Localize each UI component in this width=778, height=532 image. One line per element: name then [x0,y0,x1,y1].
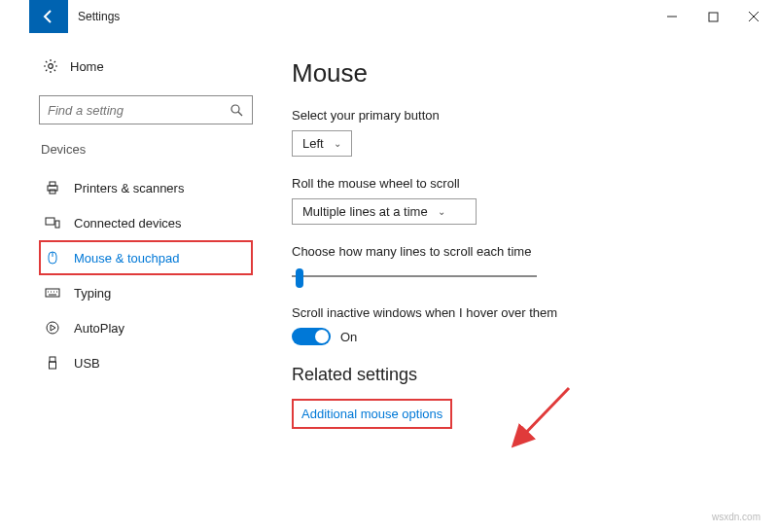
home-label: Home [70,59,104,74]
primary-button-label: Select your primary button [292,108,749,123]
svg-rect-21 [50,357,55,362]
related-settings-title: Related settings [292,365,749,385]
sidebar-item-typing[interactable]: Typing [39,275,253,310]
sidebar: Home Devices Printers & scanners Connect… [0,33,292,532]
search-input[interactable] [48,103,229,118]
sidebar-item-connected[interactable]: Connected devices [39,205,253,240]
scroll-lines-label: Choose how many lines to scroll each tim… [292,244,749,259]
arrow-left-icon [41,9,56,24]
titlebar: Settings [0,0,778,33]
keyboard-icon [45,285,60,301]
devices-icon [45,215,60,231]
close-icon [748,11,760,22]
svg-point-4 [49,64,53,69]
scroll-mode-label: Roll the mouse wheel to scroll [292,176,749,191]
minimize-icon [666,11,678,22]
sidebar-item-label: Mouse & touchpad [74,251,179,266]
sidebar-item-mouse[interactable]: Mouse & touchpad [39,240,253,275]
sidebar-home[interactable]: Home [39,53,253,80]
maximize-button[interactable] [706,10,720,23]
svg-rect-10 [46,218,54,225]
svg-rect-1 [709,13,718,21]
svg-line-6 [238,112,242,116]
usb-icon [45,355,60,371]
sidebar-item-usb[interactable]: USB [39,345,253,380]
gear-icon [43,58,58,74]
main-panel: Mouse Select your primary button Left ⌄ … [292,33,778,532]
dropdown-value: Multiple lines at a time [302,204,428,219]
svg-point-20 [47,322,58,334]
chevron-down-icon: ⌄ [438,206,445,217]
sidebar-item-printers[interactable]: Printers & scanners [39,170,253,205]
scroll-mode-dropdown[interactable]: Multiple lines at a time ⌄ [292,198,477,225]
page-title: Mouse [292,58,749,89]
window-title: Settings [78,10,120,23]
sidebar-group-label: Devices [39,142,253,157]
chevron-down-icon: ⌄ [334,138,341,149]
sidebar-item-label: Connected devices [74,216,182,231]
sidebar-item-autoplay[interactable]: AutoPlay [39,310,253,345]
svg-rect-11 [55,221,59,228]
watermark: wsxdn.com [712,512,760,522]
svg-rect-22 [50,362,56,369]
toggle-state: On [340,330,357,344]
inactive-scroll-toggle[interactable] [292,328,331,345]
scroll-lines-slider[interactable] [292,266,537,286]
primary-button-dropdown[interactable]: Left ⌄ [292,130,352,157]
window-controls [665,10,778,23]
svg-point-5 [231,105,239,113]
additional-mouse-options-highlight: Additional mouse options [292,399,452,429]
printer-icon [45,180,60,195]
svg-rect-14 [46,289,59,297]
search-icon [229,102,244,118]
dropdown-value: Left [302,136,324,151]
sidebar-item-label: AutoPlay [74,321,124,336]
close-button[interactable] [747,10,760,23]
sidebar-item-label: Typing [74,286,111,301]
back-button[interactable] [29,0,68,33]
search-box[interactable] [39,95,253,124]
mouse-icon [45,250,60,266]
sidebar-item-label: USB [74,356,100,371]
slider-thumb[interactable] [296,268,303,288]
additional-mouse-options-link[interactable]: Additional mouse options [301,407,442,421]
sidebar-item-label: Printers & scanners [74,181,184,195]
svg-rect-8 [50,182,55,186]
autoplay-icon [45,320,60,336]
slider-track [292,275,537,277]
inactive-scroll-label: Scroll inactive windows when I hover ove… [292,305,749,320]
minimize-button[interactable] [665,10,679,23]
maximize-icon [708,12,719,22]
